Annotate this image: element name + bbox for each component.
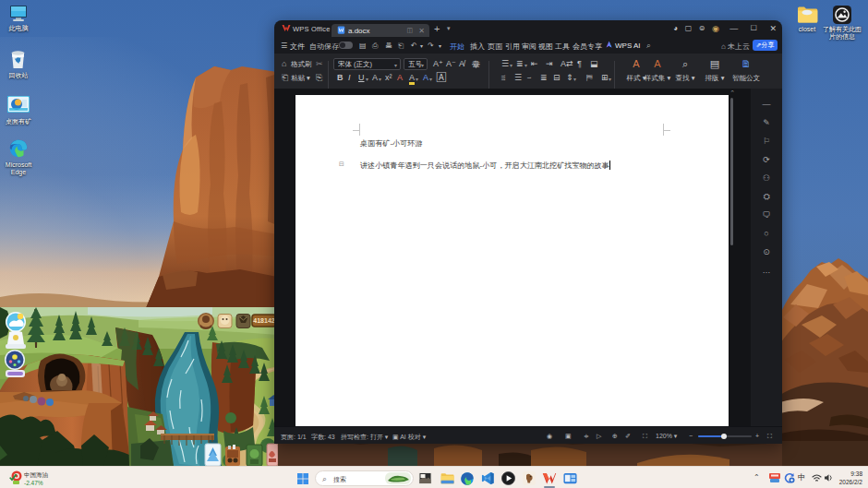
svg-text:418142: 418142 (253, 317, 274, 324)
